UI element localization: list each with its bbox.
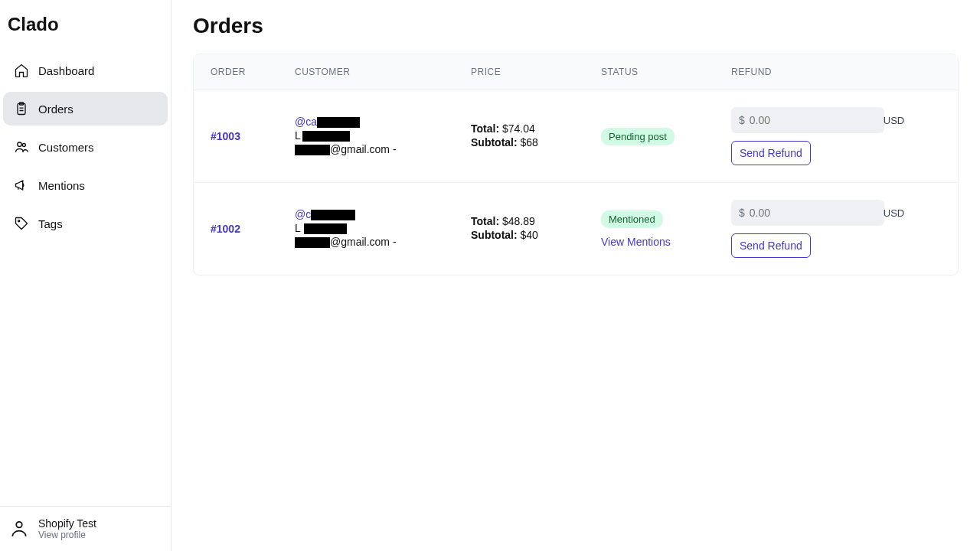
customer-name: L	[295, 222, 347, 234]
currency-prefix: $	[739, 114, 745, 126]
megaphone-icon	[14, 178, 29, 193]
customer-handle[interactable]: @c	[295, 208, 355, 220]
page-title: Orders	[193, 14, 959, 38]
view-mentions-link[interactable]: View Mentions	[601, 236, 671, 248]
brand-title: Clado	[0, 0, 171, 54]
sidebar-item-label: Mentions	[38, 179, 85, 192]
refund-amount-input[interactable]	[750, 114, 884, 126]
sidebar-item-label: Orders	[38, 103, 74, 116]
home-icon	[14, 63, 29, 78]
redaction	[311, 210, 355, 220]
currency-suffix: USD	[884, 115, 904, 126]
send-refund-button[interactable]: Send Refund	[731, 141, 811, 165]
currency-prefix: $	[739, 207, 745, 219]
status-badge: Pending post	[601, 128, 675, 145]
price-total-label: Total:	[471, 122, 499, 135]
th-price: PRICE	[471, 67, 601, 77]
sidebar-item-label: Tags	[38, 217, 63, 230]
redaction	[317, 117, 360, 128]
customer-email: @gmail.com -	[295, 236, 397, 248]
th-refund: REFUND	[731, 67, 941, 77]
footer-sublabel: View profile	[38, 530, 96, 540]
refund-input-group[interactable]: $ USD	[731, 107, 884, 133]
sidebar-item-label: Customers	[38, 141, 94, 154]
sidebar-footer[interactable]: Shopify Test View profile	[0, 506, 171, 551]
svg-point-4	[18, 220, 20, 222]
price-total: $74.04	[502, 122, 535, 135]
customer-handle[interactable]: @ca	[295, 116, 360, 128]
sidebar-item-mentions[interactable]: Mentions	[3, 168, 168, 202]
th-customer: CUSTOMER	[295, 67, 471, 77]
users-icon	[14, 139, 29, 155]
footer-name: Shopify Test	[38, 517, 96, 530]
main: Orders ORDER CUSTOMER PRICE STATUS REFUN…	[172, 0, 980, 551]
redaction	[295, 145, 330, 155]
orders-table: ORDER CUSTOMER PRICE STATUS REFUND #1003…	[193, 54, 959, 276]
price-subtotal-label: Subtotal:	[471, 229, 518, 241]
clipboard-icon	[14, 101, 29, 116]
th-status: STATUS	[601, 67, 731, 77]
price-subtotal: $40	[521, 229, 538, 241]
tag-icon	[14, 216, 29, 231]
table-header: ORDER CUSTOMER PRICE STATUS REFUND	[194, 54, 958, 90]
price-subtotal-label: Subtotal:	[471, 136, 518, 148]
customer-name: L	[295, 129, 350, 142]
sidebar: Clado Dashboard Orders Customers Mention…	[0, 0, 172, 551]
th-order: ORDER	[211, 67, 295, 77]
order-link[interactable]: #1003	[211, 130, 240, 142]
refund-amount-input[interactable]	[750, 207, 884, 219]
refund-input-group[interactable]: $ USD	[731, 200, 884, 226]
avatar-icon	[9, 519, 29, 539]
redaction	[304, 223, 347, 234]
price-total: $48.89	[502, 215, 535, 227]
redaction	[295, 237, 330, 248]
sidebar-item-orders[interactable]: Orders	[3, 92, 168, 126]
table-row: #1002 @c L @gmail.com - Total: $48.89 Su…	[194, 183, 958, 275]
price-subtotal: $68	[521, 136, 538, 148]
price-total-label: Total:	[471, 215, 499, 227]
currency-suffix: USD	[884, 207, 904, 219]
sidebar-item-customers[interactable]: Customers	[3, 130, 168, 164]
sidebar-item-tags[interactable]: Tags	[3, 207, 168, 240]
redaction	[302, 131, 350, 142]
customer-email: @gmail.com -	[295, 143, 397, 155]
status-badge: Mentioned	[601, 210, 663, 228]
table-row: #1003 @ca L @gmail.com - Total: $74.04 S…	[194, 90, 958, 183]
order-link[interactable]: #1002	[211, 223, 240, 235]
svg-point-5	[16, 522, 22, 528]
sidebar-item-label: Dashboard	[38, 64, 94, 77]
svg-point-3	[22, 144, 25, 147]
send-refund-button[interactable]: Send Refund	[731, 233, 811, 258]
nav: Dashboard Orders Customers Mentions Tags	[0, 54, 171, 506]
svg-point-2	[18, 142, 21, 146]
sidebar-item-dashboard[interactable]: Dashboard	[3, 54, 168, 87]
